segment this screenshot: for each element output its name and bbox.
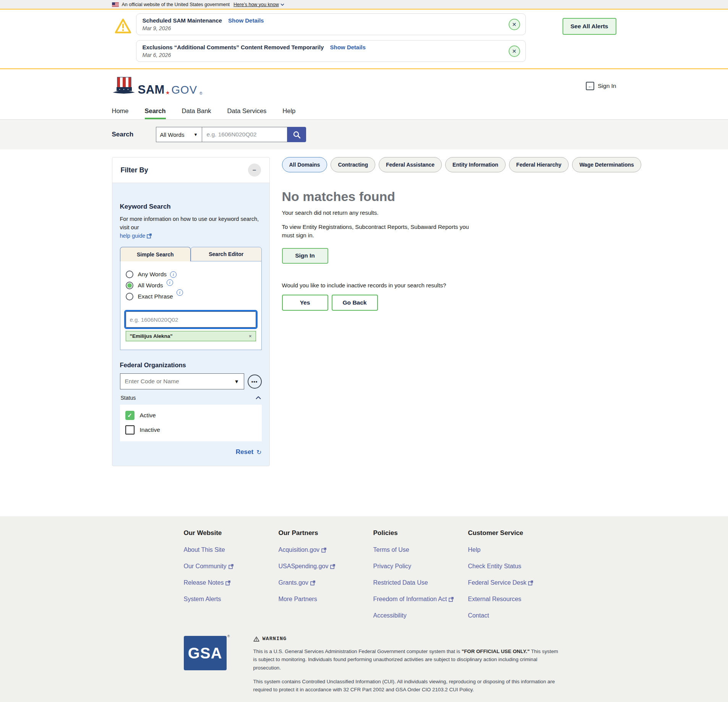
federal-org-select[interactable]: Enter Code or Name ▼ — [120, 373, 244, 389]
yes-button[interactable]: Yes — [282, 295, 328, 311]
footer-link-contact[interactable]: Contact — [468, 612, 563, 619]
checkbox-unchecked-icon[interactable] — [125, 425, 135, 434]
tab-search-editor[interactable]: Search Editor — [191, 247, 262, 261]
keyword-search-heading: Keyword Search — [120, 203, 262, 211]
close-icon[interactable]: ✕ — [509, 19, 520, 30]
gsa-registered-mark: ® — [227, 634, 230, 638]
domain-tab-federal-assistance[interactable]: Federal Assistance — [379, 157, 442, 172]
keyword-input[interactable] — [126, 311, 256, 327]
footer-link-our-community[interactable]: Our Community — [184, 563, 279, 570]
domain-tab-wage-determinations[interactable]: Wage Determinations — [572, 157, 641, 172]
domain-tab-all-domains[interactable]: All Domains — [282, 157, 328, 172]
sign-in-button[interactable]: Sign In — [282, 248, 328, 264]
footer-link-acquisition-gov[interactable]: Acquisition.gov — [279, 546, 373, 553]
status-option-active[interactable]: ✓ Active — [125, 411, 256, 420]
footer-link-restricted-data-use[interactable]: Restricted Data Use — [373, 579, 468, 586]
radio-exact-phrase[interactable] — [126, 293, 133, 300]
domain-tab-entity-information[interactable]: Entity Information — [445, 157, 506, 172]
search-type-value: All Words — [160, 131, 185, 138]
logo-star-icon: ★ — [165, 90, 170, 95]
footer-column-customer-service: Customer Service Help Check Entity Statu… — [468, 529, 563, 619]
caret-down-icon: ▼ — [234, 379, 239, 384]
results-area: All Domains Contracting Federal Assistan… — [282, 157, 641, 311]
footer-link-privacy-policy[interactable]: Privacy Policy — [373, 563, 468, 570]
close-icon[interactable]: ✕ — [509, 45, 520, 57]
go-back-button[interactable]: Go Back — [332, 295, 378, 311]
info-icon[interactable]: i — [170, 271, 177, 278]
gsa-logo: GSA ® — [184, 636, 227, 694]
sign-in-required-message: To view Entity Registrations, Subcontrac… — [282, 223, 475, 240]
domain-tab-contracting[interactable]: Contracting — [331, 157, 375, 172]
simple-search-box: Any Words i All Words i Exact Phrase i — [120, 261, 262, 350]
nav-item-home[interactable]: Home — [112, 103, 129, 119]
external-link-icon — [449, 597, 454, 602]
checkbox-checked-icon[interactable]: ✓ — [125, 411, 135, 420]
external-link-icon — [225, 580, 230, 585]
alert-date: Mar 9, 2026 — [143, 25, 503, 31]
alert-date: Mar 6, 2026 — [143, 52, 503, 58]
search-submit-button[interactable] — [287, 127, 306, 142]
footer-link-release-notes[interactable]: Release Notes — [184, 579, 279, 586]
nav-item-data-services[interactable]: Data Services — [227, 103, 267, 119]
nav-item-search[interactable]: Search — [145, 103, 166, 119]
info-icon[interactable]: i — [177, 289, 183, 296]
main-nav: Home Search Data Bank Data Services Help — [0, 103, 728, 120]
federal-organizations-heading: Federal Organizations — [120, 362, 262, 369]
site-footer: Our Website About This Site Our Communit… — [0, 516, 728, 702]
warning-triangle-small-icon — [253, 636, 259, 642]
search-strip: Search All Words ▼ — [0, 120, 728, 149]
alert-title: Exclusions “Additional Comments” Content… — [143, 44, 324, 50]
tab-simple-search[interactable]: Simple Search — [120, 247, 191, 261]
footer-link-usaspending-gov[interactable]: USASpending.gov — [279, 563, 373, 570]
heres-how-link[interactable]: Here’s how you know — [233, 2, 284, 7]
global-search-input[interactable] — [202, 127, 287, 142]
sign-in-link[interactable]: ← Sign In — [586, 82, 616, 90]
footer-link-federal-service-desk[interactable]: Federal Service Desk — [468, 579, 563, 586]
status-option-inactive[interactable]: Inactive — [125, 425, 256, 434]
footer-link-foia[interactable]: Freedom of Information Act — [373, 596, 468, 603]
radio-any-words[interactable] — [126, 271, 133, 278]
chip-close-icon[interactable]: × — [249, 333, 252, 339]
logo-registered-mark: ® — [199, 91, 202, 96]
warning-title: WARNING — [263, 636, 287, 642]
collapse-filters-button[interactable]: − — [248, 164, 261, 177]
us-flag-icon — [112, 2, 119, 7]
see-all-alerts-button[interactable]: See All Alerts — [563, 18, 616, 35]
show-details-link[interactable]: Show Details — [330, 44, 365, 50]
nav-item-help[interactable]: Help — [282, 103, 295, 119]
footer-heading: Policies — [373, 529, 468, 537]
footer-link-grants-gov[interactable]: Grants.gov — [279, 579, 373, 586]
external-link-icon — [321, 548, 326, 553]
sam-gov-logo[interactable]: SAM★GOV® — [112, 76, 203, 96]
footer-link-accessibility[interactable]: Accessibility — [373, 612, 468, 619]
footer-link-external-resources[interactable]: External Resources — [468, 596, 563, 603]
chevron-up-icon[interactable] — [256, 396, 261, 399]
footer-link-more-partners[interactable]: More Partners — [279, 596, 373, 603]
warning-paragraph-2: This system contains Controlled Unclassi… — [253, 678, 561, 694]
show-details-link[interactable]: Show Details — [228, 17, 264, 24]
login-arrow-icon: ← — [586, 82, 594, 90]
footer-link-terms-of-use[interactable]: Terms of Use — [373, 546, 468, 553]
uncle-sam-hat-icon — [112, 76, 136, 96]
filter-by-title: Filter By — [121, 166, 148, 174]
reset-filters-link[interactable]: Reset ↻ — [120, 448, 262, 456]
more-options-button[interactable]: ••• — [248, 375, 262, 389]
footer-column-our-partners: Our Partners Acquisition.gov USASpending… — [279, 529, 373, 619]
main-area: Filter By − Keyword Search For more info… — [0, 149, 728, 516]
domain-tab-federal-hierarchy[interactable]: Federal Hierarchy — [509, 157, 569, 172]
footer-link-check-entity-status[interactable]: Check Entity Status — [468, 563, 563, 570]
chevron-down-icon — [280, 3, 284, 6]
footer-link-about-this-site[interactable]: About This Site — [184, 546, 279, 553]
logo-gov-text: GOV — [172, 84, 197, 96]
footer-link-help[interactable]: Help — [468, 546, 563, 553]
nav-item-data-bank[interactable]: Data Bank — [182, 103, 211, 119]
footer-link-system-alerts[interactable]: System Alerts — [184, 596, 279, 603]
radio-all-words[interactable] — [126, 282, 133, 289]
info-icon[interactable]: i — [167, 279, 173, 286]
help-guide-link[interactable]: help guide — [120, 232, 152, 240]
footer-column-policies: Policies Terms of Use Privacy Policy Res… — [373, 529, 468, 619]
warning-triangle-icon — [114, 18, 132, 34]
warning-paragraph-1: This is a U.S. General Services Administ… — [253, 647, 561, 672]
caret-down-icon: ▼ — [194, 132, 198, 137]
search-type-select[interactable]: All Words ▼ — [156, 127, 202, 142]
